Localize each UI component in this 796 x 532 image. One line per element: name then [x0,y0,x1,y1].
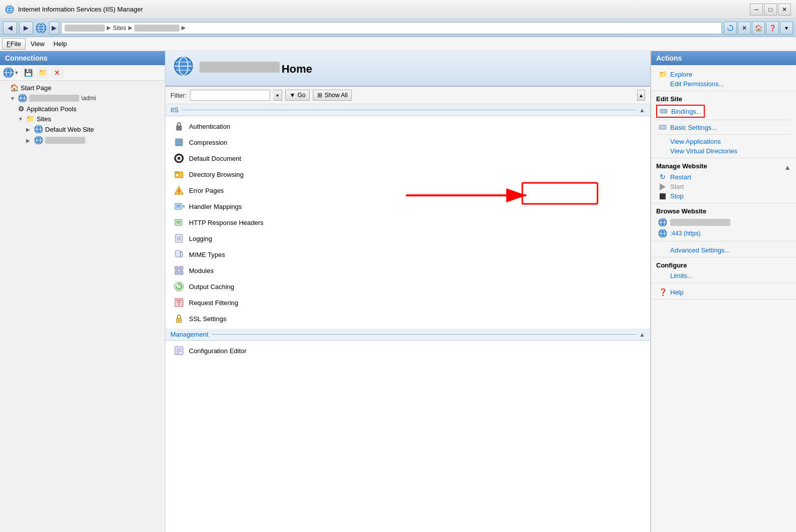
address-field[interactable]: ▶ Sites ▶ ▶ [61,22,722,34]
list-item-default-document[interactable]: Default Document [170,150,645,166]
menu-file[interactable]: FFile [2,38,26,50]
list-item-authentication[interactable]: Authentication [170,118,645,134]
mime-types-label: MIME Types [189,251,225,258]
refresh-icon-btn[interactable] [724,22,737,35]
list-item-http-response-headers[interactable]: HTTP Response Headers [170,214,645,230]
action-advanced-settings[interactable]: Advanced Settings... [656,245,791,255]
tree-start-page[interactable]: 🏠 Start Page [0,83,165,93]
list-item-ssl-settings[interactable]: SSL Settings [170,311,645,327]
ssl-settings-label: SSL Settings [189,315,227,323]
action-stop[interactable]: Stop [656,191,791,201]
site2-name-blurred [45,137,85,144]
management-items-list: Configuration Editor [165,341,650,361]
manage-website-title: Manage Website [656,162,707,170]
management-section-label: Management [170,331,209,338]
list-item-compression[interactable]: Compression [170,134,645,150]
conn-delete-btn[interactable]: ✕ [51,67,64,79]
browse-link-https[interactable]: :443 (https) [656,228,791,239]
window-controls: ─ □ ✕ [750,4,791,16]
server-name-blurred [29,95,79,102]
filter-dropdown-btn[interactable]: ▾ [273,90,282,101]
logging-icon [173,232,185,244]
maximize-button[interactable]: □ [764,4,777,16]
iis-items-list: Authentication Compression [165,116,650,329]
close-button[interactable]: ✕ [778,4,791,16]
expand-button[interactable]: ▶ [49,22,59,35]
tree-site-blurred[interactable]: ▶ [0,135,165,146]
authentication-label: Authentication [189,123,230,130]
site2-expand-icon: ▶ [26,138,32,143]
arrow-3: ▶ [181,25,185,31]
filter-icon: ▼ [290,92,296,99]
list-item-error-pages[interactable]: ! Error Pages [170,182,645,198]
action-edit-permissions[interactable]: Edit Permissions... [656,79,791,89]
filter-input[interactable] [190,90,270,101]
svg-rect-57 [175,271,178,275]
modules-icon [173,264,185,277]
action-view-applications[interactable]: View Applications [656,137,791,146]
list-item-configuration-editor[interactable]: Configuration Editor [170,343,645,359]
action-bindings[interactable]: Bindings... [656,105,705,118]
menu-help[interactable]: Help [50,39,71,49]
dropdown-icon-btn[interactable]: ▾ [780,22,793,35]
forward-button[interactable]: ▶ [19,22,33,35]
configure-title: Configure [656,261,791,269]
server-collapse-icon: ▼ [10,96,16,101]
stop-nav-icon-btn[interactable]: ✕ [738,22,751,35]
help-icon-btn[interactable]: ❓ [766,22,779,35]
globe-icon [35,22,47,34]
action-section-browse-website: Browse Website :443 (https) [651,203,796,241]
action-view-virtual-dirs[interactable]: View Virtual Directories [656,146,791,156]
back-button[interactable]: ◀ [3,22,17,35]
action-limits[interactable]: Limits... [656,271,791,281]
go-label: Go [297,92,305,99]
center-header: Home [165,51,650,87]
filter-scroll-btn[interactable]: ▲ [637,90,645,101]
svg-point-66 [178,320,180,321]
http-response-headers-label: HTTP Response Headers [189,219,264,226]
conn-folder-btn[interactable]: 📁 [36,67,49,79]
list-item-logging[interactable]: Logging [170,230,645,246]
connections-panel: Connections ▾ 💾 📁 ✕ 🏠 Start Page [0,51,165,532]
tree-sites[interactable]: ▼ 📁 Sites [0,114,165,124]
menu-bar: FFile View Help [0,37,796,51]
list-item-directory-browsing[interactable]: Directory Browsing [170,166,645,182]
center-header-text: Home [200,62,312,76]
management-section-line [212,334,636,335]
basic-settings-label: Basic Settings... [670,124,717,131]
bindings-label: Bindings... [671,108,702,115]
conn-save-btn[interactable]: 💾 [22,67,35,79]
minimize-button[interactable]: ─ [750,4,763,16]
manage-collapse-btn[interactable]: ▲ [784,163,791,171]
action-start[interactable]: Start [656,182,791,191]
tree-server[interactable]: ▼ \admi [0,93,165,104]
browse-link-http[interactable] [656,217,791,228]
host-blurred [65,25,105,32]
management-collapse-btn[interactable]: ▲ [639,331,645,338]
menu-view[interactable]: View [27,39,49,49]
show-all-label: Show All [324,92,347,99]
list-item-output-caching[interactable]: Output Caching [170,279,645,295]
svg-rect-54 [180,252,182,257]
app-pools-label: Application Pools [27,105,77,113]
show-all-button[interactable]: ⊞ Show All [313,90,352,101]
list-item-request-filtering[interactable]: Request Filtering [170,295,645,311]
edit-permissions-label: Edit Permissions... [670,80,724,88]
sites-collapse-icon: ▼ [18,116,24,122]
tree-default-web-site[interactable]: ▶ Default Web Site [0,124,165,135]
action-restart[interactable]: ↻ Restart [656,172,791,182]
action-explore[interactable]: 📁 Explore [656,69,791,79]
list-item-mime-types[interactable]: MIME Types [170,246,645,262]
action-help[interactable]: ❓ Help [656,287,791,297]
iis-collapse-btn[interactable]: ▲ [639,107,645,114]
tree-application-pools[interactable]: ⚙ Application Pools [0,104,165,114]
start-page-icon: 🏠 [10,84,19,92]
go-button[interactable]: ▼ Go [285,90,310,101]
list-item-handler-mappings[interactable]: Handler Mappings [170,198,645,214]
action-basic-settings[interactable]: Basic Settings... [656,122,791,132]
home-icon-btn[interactable]: 🏠 [752,22,765,35]
iis-section-line [181,110,636,110]
show-all-icon: ⊞ [317,92,322,99]
list-item-modules[interactable]: Modules [170,262,645,279]
default-web-site-label: Default Web Site [45,126,94,133]
